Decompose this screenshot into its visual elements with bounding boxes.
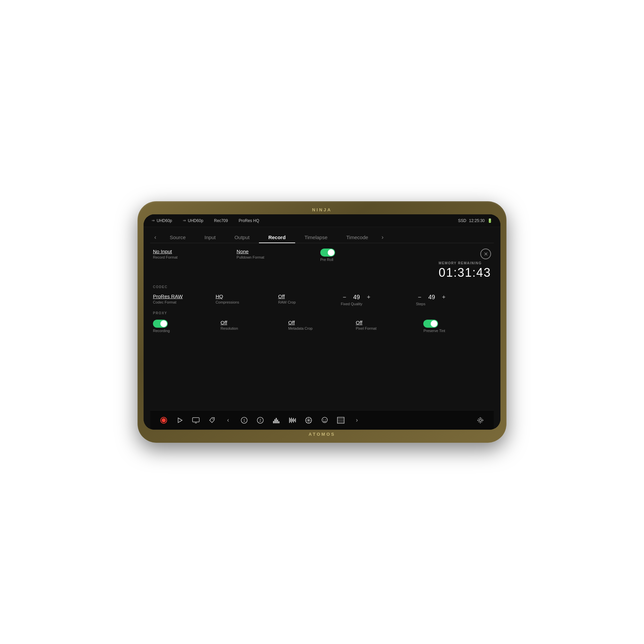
toolbar-more-button[interactable]: › — [350, 414, 364, 427]
fixed-quality-plus[interactable]: + — [365, 293, 372, 301]
steps-stepper: − 49 + Steps — [416, 293, 491, 306]
steps-minus[interactable]: − — [416, 293, 423, 301]
main-content: ‹ Source Input Output Record Timelapse T… — [144, 227, 500, 430]
play-icon — [176, 417, 183, 424]
memory-remaining: MEMORY REMAINING 01:31:43 — [439, 261, 491, 280]
bottom-toolbar: ‹ 1 2 — [150, 410, 494, 430]
row1-fields: No Input Record Format None Pulldown For… — [153, 249, 404, 262]
recording-toggle[interactable] — [153, 320, 168, 328]
pre-roll-toggle[interactable] — [320, 249, 335, 257]
tab-source[interactable]: Source — [160, 232, 195, 243]
row1: No Input Record Format None Pulldown For… — [153, 249, 491, 280]
record-content: No Input Record Format None Pulldown For… — [150, 243, 494, 410]
fixed-quality-minus[interactable]: − — [341, 293, 348, 301]
input-arrow-icon: ⇒ — [152, 218, 155, 223]
steps-plus[interactable]: + — [440, 293, 447, 301]
close-button[interactable]: ✕ — [480, 249, 491, 259]
histogram-icon — [273, 417, 280, 424]
fixed-quality-stepper-control[interactable]: − 49 + — [341, 293, 416, 301]
svg-rect-14 — [278, 421, 279, 423]
preserve-tint-toggle[interactable] — [423, 320, 438, 328]
metadata-crop-value[interactable]: Off — [288, 320, 356, 325]
codec-format-label: Codec Format — [153, 300, 216, 304]
status-codec-label: ProRes HQ — [238, 218, 259, 223]
svg-rect-20 — [294, 419, 295, 421]
vectorscope-button[interactable] — [302, 414, 315, 427]
compressions-field: HQ Compressions — [216, 293, 278, 304]
svg-point-29 — [325, 419, 326, 420]
recording-label: Recording — [153, 329, 221, 333]
tab-record[interactable]: Record — [259, 232, 295, 243]
status-color: Rec709 — [214, 218, 228, 223]
brand-label-top: NINJA — [312, 207, 332, 212]
recording-toggle-field: Recording — [153, 320, 221, 333]
codec-format-field: ProRes RAW Codec Format — [153, 293, 216, 304]
timecode-display: 12:25:30 — [469, 218, 485, 223]
svg-rect-21 — [295, 418, 296, 422]
waveform-button[interactable] — [286, 414, 299, 427]
svg-rect-19 — [293, 418, 294, 423]
svg-point-35 — [478, 418, 483, 423]
tag-button[interactable] — [205, 414, 219, 427]
tab-input[interactable]: Input — [195, 232, 225, 243]
toolbar-prev-button[interactable]: ‹ — [221, 414, 235, 427]
codec-format-value[interactable]: ProRes RAW — [153, 293, 216, 299]
raw-crop-value[interactable]: Off — [278, 293, 341, 299]
svg-text:2: 2 — [259, 419, 261, 422]
resolution-value[interactable]: Off — [221, 320, 288, 325]
vectorscope-icon — [305, 417, 312, 424]
device-body: NINJA ⇒ UHD60p ⇒ UHD60p Rec709 ProRes HQ… — [138, 201, 506, 443]
pulldown-format-value[interactable]: None — [236, 249, 320, 254]
face-button[interactable] — [318, 414, 331, 427]
status-input: ⇒ UHD60p — [152, 218, 172, 223]
status-bar: ⇒ UHD60p ⇒ UHD60p Rec709 ProRes HQ SSD 1… — [144, 214, 500, 227]
steps-stepper-control[interactable]: − 49 + — [416, 293, 491, 301]
record-button[interactable] — [157, 414, 170, 427]
svg-rect-13 — [277, 420, 278, 423]
settings-button[interactable] — [474, 414, 487, 427]
metadata-crop-label: Metadata Crop — [288, 326, 356, 330]
zoom1-icon: 1 — [240, 417, 248, 424]
tab-next-arrow[interactable]: › — [378, 234, 388, 241]
svg-rect-11 — [274, 419, 275, 423]
pattern-icon — [337, 417, 344, 424]
steps-label: Steps — [416, 302, 491, 306]
settings-icon — [477, 417, 484, 424]
metadata-crop-field: Off Metadata Crop — [288, 320, 356, 330]
record-icon — [160, 417, 167, 424]
raw-crop-label: RAW Crop — [278, 300, 341, 304]
zoom1-button[interactable]: 1 — [237, 414, 251, 427]
codec-section-label: CODEC — [153, 285, 491, 289]
tab-navigation: ‹ Source Input Output Record Timelapse T… — [150, 227, 494, 243]
monitor-button[interactable] — [189, 414, 203, 427]
face-icon — [321, 417, 328, 424]
pulldown-format-field: None Pulldown Format — [236, 249, 320, 262]
tag-icon — [209, 417, 215, 424]
toolbar-prev-icon: ‹ — [227, 417, 229, 424]
memory-panel: ✕ MEMORY REMAINING 01:31:43 — [404, 249, 491, 280]
pixel-format-value[interactable]: Off — [356, 320, 424, 325]
svg-rect-12 — [276, 418, 277, 423]
storage-label: SSD — [458, 218, 467, 223]
tab-prev-arrow[interactable]: ‹ — [150, 234, 160, 241]
pulldown-format-label: Pulldown Format — [236, 255, 320, 259]
record-format-value[interactable]: No Input — [153, 249, 236, 254]
pattern-button[interactable] — [334, 414, 347, 427]
tab-output[interactable]: Output — [225, 232, 259, 243]
compressions-value[interactable]: HQ — [216, 293, 278, 299]
record-format-field: No Input Record Format — [153, 249, 236, 262]
brand-label-bottom: ATOMOS — [309, 432, 335, 437]
preserve-tint-label: Preserve Tint — [423, 329, 491, 333]
record-format-label: Record Format — [153, 255, 236, 259]
tab-timelapse[interactable]: Timelapse — [295, 232, 337, 243]
svg-rect-3 — [193, 418, 199, 422]
play-button[interactable] — [173, 414, 186, 427]
histogram-button[interactable] — [270, 414, 283, 427]
status-output: ⇒ UHD60p — [183, 218, 203, 223]
tab-timecode[interactable]: Timecode — [337, 232, 377, 243]
svg-rect-18 — [292, 419, 293, 422]
pixel-format-label: Pixel Format — [356, 326, 424, 330]
raw-crop-field: Off RAW Crop — [278, 293, 341, 304]
zoom2-button[interactable]: 2 — [254, 414, 267, 427]
svg-rect-10 — [273, 421, 274, 423]
